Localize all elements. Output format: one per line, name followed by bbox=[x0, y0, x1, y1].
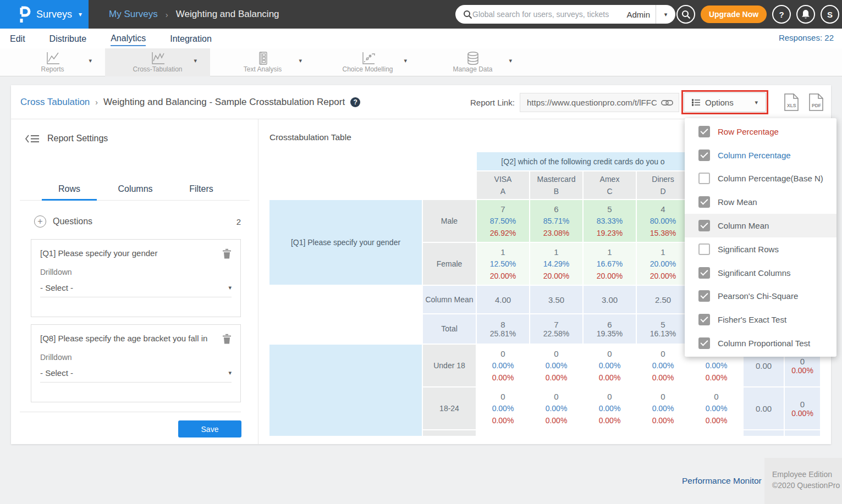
toolbar-item-manage-data[interactable]: ▾ Manage Data bbox=[420, 48, 525, 76]
global-search-bar: Admin ▾ bbox=[455, 5, 675, 24]
notifications-button[interactable] bbox=[796, 5, 815, 24]
column-header-amex: AmexC bbox=[584, 171, 636, 199]
delete-question-icon[interactable] bbox=[222, 248, 232, 259]
toolbar-item-cross-tabulation[interactable]: ▾ Cross-Tabulation bbox=[105, 48, 210, 76]
checkbox-checked-icon[interactable] bbox=[698, 196, 710, 208]
questions-row: + Questions 2 bbox=[34, 215, 241, 228]
option-fishers-exact-test[interactable]: Fisher's Exact Test bbox=[685, 308, 837, 331]
checkbox-checked-icon[interactable] bbox=[698, 337, 710, 349]
upgrade-now-button[interactable]: Upgrade Now bbox=[701, 5, 767, 23]
option-column-proportional-test[interactable]: Column Proportional Test bbox=[685, 331, 837, 355]
tab-integration[interactable]: Integration bbox=[170, 32, 212, 46]
collapse-panel-icon[interactable] bbox=[25, 134, 40, 143]
report-help-icon[interactable]: ? bbox=[350, 97, 360, 107]
report-header: Cross Tabulation › Weighting and Balanci… bbox=[11, 85, 831, 119]
tab-distribute[interactable]: Distribute bbox=[49, 32, 87, 46]
delete-question-icon[interactable] bbox=[222, 334, 232, 344]
checkbox-checked-icon[interactable] bbox=[698, 267, 710, 279]
settings-tabs: Rows Columns Filters bbox=[36, 184, 234, 201]
option-significant-rows[interactable]: Significant Rows bbox=[685, 237, 837, 261]
export-pdf-button[interactable]: PDF bbox=[808, 93, 824, 111]
caret-down-icon[interactable]: ▾ bbox=[509, 57, 512, 64]
help-button[interactable]: ? bbox=[772, 5, 791, 24]
drilldown-label: Drilldown bbox=[40, 268, 232, 276]
top-bar: Surveys ▾ My Surveys › Weighting and Bal… bbox=[0, 0, 842, 29]
row-label: Under 18 bbox=[423, 345, 476, 386]
link-icon[interactable] bbox=[661, 99, 673, 106]
report-link-label: Report Link: bbox=[470, 98, 515, 107]
report-link-box: https://www.questionpro.com/t/lFFCZg bbox=[520, 93, 679, 112]
drilldown-label: Drilldown bbox=[40, 353, 232, 362]
options-button[interactable]: Options ▾ bbox=[684, 92, 766, 112]
avatar[interactable]: S bbox=[821, 5, 839, 24]
row-label: Column Mean bbox=[423, 286, 476, 313]
tab-filters[interactable]: Filters bbox=[168, 184, 234, 201]
report-url[interactable]: https://www.questionpro.com/t/lFFCZg bbox=[527, 98, 657, 107]
option-pearsons-chi-square[interactable]: Pearson's Chi-Square bbox=[685, 285, 837, 308]
caret-down-icon: ▾ bbox=[228, 369, 232, 376]
drilldown-select[interactable]: - Select - ▾ bbox=[40, 368, 232, 383]
search-submit-button[interactable] bbox=[676, 5, 695, 24]
document-grid-icon bbox=[256, 51, 270, 65]
checkbox-checked-icon[interactable] bbox=[698, 314, 710, 325]
questions-label: Questions bbox=[53, 217, 92, 226]
search-scope-dropdown[interactable]: ▾ bbox=[656, 5, 675, 24]
option-column-mean[interactable]: Column Mean bbox=[685, 214, 837, 237]
caret-down-icon[interactable]: ▾ bbox=[89, 57, 92, 64]
row-label: Female bbox=[423, 243, 476, 285]
save-button[interactable]: Save bbox=[178, 420, 241, 437]
toolbar-item-text-analysis[interactable]: ▾ Text Analysis bbox=[210, 48, 315, 76]
checkbox-checked-icon[interactable] bbox=[698, 149, 710, 161]
q8-row-header bbox=[269, 345, 422, 436]
checkbox-checked-icon[interactable] bbox=[698, 126, 710, 137]
row-label: Total bbox=[423, 314, 476, 344]
column-header-visa: VISAA bbox=[477, 171, 529, 199]
performance-monitor-link[interactable]: Performance Monitor bbox=[682, 476, 762, 486]
search-scope-label[interactable]: Admin bbox=[621, 10, 656, 19]
question-title: [Q8] Please specify the age bracket you … bbox=[40, 334, 222, 343]
breadcrumb-my-surveys-link[interactable]: My Surveys bbox=[109, 9, 158, 20]
tab-analytics[interactable]: Analytics bbox=[111, 31, 146, 46]
column-header-mastercard: MastercardB bbox=[530, 171, 582, 199]
report-title: Weighting and Balancing - Sample Crossta… bbox=[103, 97, 345, 108]
export-xls-button[interactable]: XLS bbox=[784, 93, 799, 111]
checkbox-unchecked-icon[interactable] bbox=[698, 243, 710, 255]
caret-down-icon[interactable]: ▾ bbox=[194, 57, 197, 64]
caret-down-icon[interactable]: ▾ bbox=[404, 57, 407, 64]
database-icon bbox=[466, 51, 480, 66]
option-row-mean[interactable]: Row Mean bbox=[685, 190, 837, 214]
caret-down-icon: ▾ bbox=[228, 284, 232, 291]
tab-columns[interactable]: Columns bbox=[102, 184, 168, 201]
svg-text:PDF: PDF bbox=[812, 103, 821, 108]
toolbar-item-choice-modelling[interactable]: ▾ Choice Modelling bbox=[315, 48, 420, 76]
edition-label: Employee Edition bbox=[772, 469, 842, 480]
drilldown-select[interactable]: - Select - ▾ bbox=[40, 283, 232, 297]
options-dropdown-menu: Row Percentage Column Percentage Column … bbox=[685, 118, 837, 357]
chevron-right-icon: › bbox=[166, 10, 168, 19]
cross-tabulation-link[interactable]: Cross Tabulation bbox=[20, 97, 90, 108]
bell-icon bbox=[801, 9, 810, 19]
add-question-button[interactable]: + bbox=[34, 215, 46, 228]
caret-down-icon[interactable]: ▾ bbox=[299, 57, 302, 64]
global-search-input[interactable] bbox=[472, 10, 621, 19]
tab-rows[interactable]: Rows bbox=[36, 184, 102, 201]
caret-down-icon: ▾ bbox=[664, 11, 668, 18]
line-chart-icon bbox=[150, 51, 166, 65]
question-title: [Q1] Please specify your gender bbox=[40, 248, 222, 258]
responses-count[interactable]: Responses: 22 bbox=[779, 33, 834, 42]
trend-chart-icon bbox=[360, 51, 376, 65]
checkbox-checked-icon[interactable] bbox=[698, 290, 710, 302]
option-significant-columns[interactable]: Significant Columns bbox=[685, 261, 837, 285]
option-column-percentage[interactable]: Column Percentage bbox=[685, 143, 837, 167]
option-column-percentage-base-n[interactable]: Column Percentage(Base N) bbox=[685, 167, 837, 191]
crosstab-title: Crosstabulation Table bbox=[269, 132, 351, 142]
checkbox-unchecked-icon[interactable] bbox=[698, 173, 710, 184]
question-card-q1: [Q1] Please specify your gender Drilldow… bbox=[31, 239, 241, 317]
column-header-diners: DinersD bbox=[637, 171, 689, 199]
toolbar-item-reports[interactable]: ▾ Reports bbox=[0, 48, 105, 76]
option-row-percentage[interactable]: Row Percentage bbox=[685, 120, 837, 143]
options-highlight-box: Options ▾ bbox=[681, 90, 768, 114]
tab-edit[interactable]: Edit bbox=[10, 32, 25, 46]
product-switcher[interactable]: Surveys ▾ bbox=[0, 0, 89, 29]
checkbox-checked-icon[interactable] bbox=[698, 220, 710, 231]
